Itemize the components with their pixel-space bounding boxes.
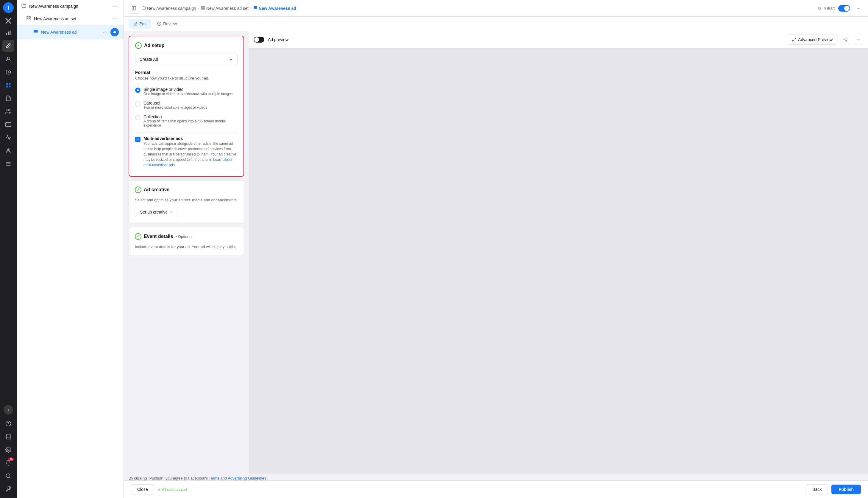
svg-rect-3	[8, 31, 9, 35]
adset-actions: ···	[111, 15, 119, 22]
main-content: New Awareness campaign › New Awareness a…	[124, 0, 868, 498]
multi-advertiser-section[interactable]: Multi-advertiser ads Your ads can appear…	[135, 132, 238, 170]
toggle-sidebar-btn[interactable]	[128, 3, 139, 14]
help-icon[interactable]	[2, 418, 14, 430]
nav-ad[interactable]: New Awareness ad ···	[17, 25, 123, 39]
svg-rect-10	[9, 86, 11, 88]
notification-badge: 10	[8, 458, 14, 461]
share-btn[interactable]	[841, 35, 850, 44]
ad-dots[interactable]: ···	[101, 29, 109, 36]
advertising-guidelines-link[interactable]: Advertising Guidelines	[228, 476, 266, 481]
ad-creative-title: ✓ Ad creative	[135, 186, 238, 193]
back-btn[interactable]: Back	[806, 484, 828, 495]
nav-campaign[interactable]: New Awareness campaign ···	[17, 0, 123, 13]
expand-sidebar-btn[interactable]	[3, 405, 13, 415]
review-tab[interactable]: Review	[152, 19, 181, 29]
multi-advertiser-text: Multi-advertiser ads Your ads can appear…	[144, 136, 238, 168]
svg-rect-36	[203, 8, 204, 9]
menu-icon[interactable]	[2, 158, 14, 170]
saved-indicator: ✓ All edits saved	[158, 487, 187, 492]
setup-creative-btn[interactable]: Set up creative	[135, 207, 178, 217]
svg-point-41	[846, 38, 847, 39]
advanced-preview-btn[interactable]: Advanced Preview	[788, 35, 837, 45]
audience-icon[interactable]	[2, 53, 14, 65]
ad-toggle[interactable]	[110, 28, 119, 36]
preview-panel: Ad preview Advanced Preview	[249, 31, 868, 474]
svg-rect-7	[6, 83, 8, 85]
status-toggle[interactable]	[838, 5, 850, 12]
breadcrumb-sep1: ›	[198, 6, 199, 10]
ad-label: New Awareness ad	[41, 30, 101, 35]
edit-tab[interactable]: Edit	[128, 19, 151, 29]
publish-btn[interactable]: Publish	[831, 485, 861, 494]
notifications-icon[interactable]: 10	[2, 457, 14, 469]
format-single[interactable]: Single image or video One image or video…	[135, 84, 238, 98]
analytics-icon[interactable]	[2, 27, 14, 39]
top-bar-right: In draft ···	[818, 3, 863, 13]
history-icon[interactable]	[2, 66, 14, 78]
radio-collection	[135, 115, 140, 120]
create-icon[interactable]	[2, 40, 14, 52]
ad-setup-check: ✓	[135, 42, 142, 49]
tools-icon[interactable]	[2, 483, 14, 495]
billing-icon[interactable]	[2, 119, 14, 130]
ad-creative-card: ✓ Ad creative Select and optimise your a…	[128, 180, 244, 223]
breadcrumb: New Awareness campaign › New Awareness a…	[142, 6, 816, 11]
preview-toggle[interactable]	[254, 37, 264, 43]
users-icon[interactable]	[2, 145, 14, 157]
status-dot	[818, 7, 821, 10]
preview-dropdown-btn[interactable]	[854, 35, 863, 44]
search-sidebar-icon[interactable]	[2, 470, 14, 482]
terms-link[interactable]: Terms	[209, 476, 219, 481]
svg-line-40	[793, 40, 794, 41]
svg-rect-34	[203, 6, 204, 8]
adset-dots[interactable]: ···	[111, 15, 119, 22]
svg-rect-31	[132, 6, 136, 10]
svg-point-30	[113, 31, 116, 34]
svg-line-39	[795, 38, 796, 39]
svg-rect-35	[201, 8, 202, 9]
footer-text: By clicking "Publish", you agree to Face…	[124, 474, 868, 481]
account-settings-icon[interactable]	[2, 444, 14, 456]
campaign-dots[interactable]: ···	[111, 3, 119, 10]
breadcrumb-adset-icon	[201, 6, 205, 11]
ad-icon	[33, 29, 38, 35]
breadcrumb-campaign-icon	[142, 6, 146, 11]
preview-header: Ad preview Advanced Preview	[249, 31, 868, 49]
format-collection[interactable]: Collection A group of items that opens i…	[135, 112, 238, 130]
nav-panel: New Awareness campaign ··· New Awareness…	[17, 0, 124, 498]
optional-badge: • Optional	[176, 234, 193, 239]
breadcrumb-campaign[interactable]: New Awareness campaign	[142, 6, 196, 11]
create-ad-dropdown[interactable]: Create Ad	[135, 54, 238, 65]
sidebar-close-btn[interactable]	[3, 15, 14, 26]
docs-icon[interactable]	[2, 431, 14, 443]
svg-line-45	[845, 39, 846, 39]
campaigns-icon[interactable]	[2, 79, 14, 91]
breadcrumb-adset[interactable]: New Awareness ad set	[201, 6, 248, 11]
format-carousel[interactable]: Carousel Two or more scrollable images o…	[135, 98, 238, 112]
svg-rect-26	[29, 18, 30, 20]
event-details-title: ✓ Event details • Optional	[135, 233, 238, 240]
format-desc: Choose how you'd like to structure your …	[135, 76, 238, 80]
topbar-more-btn[interactable]: ···	[854, 3, 863, 13]
breadcrumb-ad[interactable]: New Awareness ad	[253, 6, 296, 11]
svg-rect-25	[27, 18, 28, 20]
radio-single	[135, 88, 140, 93]
event-check: ✓	[135, 233, 141, 240]
multi-advertiser-desc: Your ads can appear alongside other ads …	[144, 141, 238, 168]
svg-line-22	[10, 477, 11, 479]
svg-rect-12	[6, 122, 11, 126]
content-area: ✓ Ad setup Create Ad Format Choose how y…	[124, 31, 868, 474]
audiences-mgr-icon[interactable]	[2, 105, 14, 117]
meta-logo[interactable]: f	[3, 2, 14, 13]
pages-icon[interactable]	[2, 92, 14, 104]
nav-adset[interactable]: New Awareness ad set ···	[17, 13, 123, 25]
format-label: Format	[135, 70, 238, 75]
radio-carousel	[135, 101, 140, 107]
campaign-actions: ···	[111, 3, 119, 10]
svg-point-11	[6, 109, 9, 112]
close-btn[interactable]: Close	[131, 484, 154, 495]
events-icon[interactable]	[2, 132, 14, 144]
svg-point-21	[6, 474, 10, 478]
radio-collection-text: Collection A group of items that opens i…	[144, 114, 238, 128]
